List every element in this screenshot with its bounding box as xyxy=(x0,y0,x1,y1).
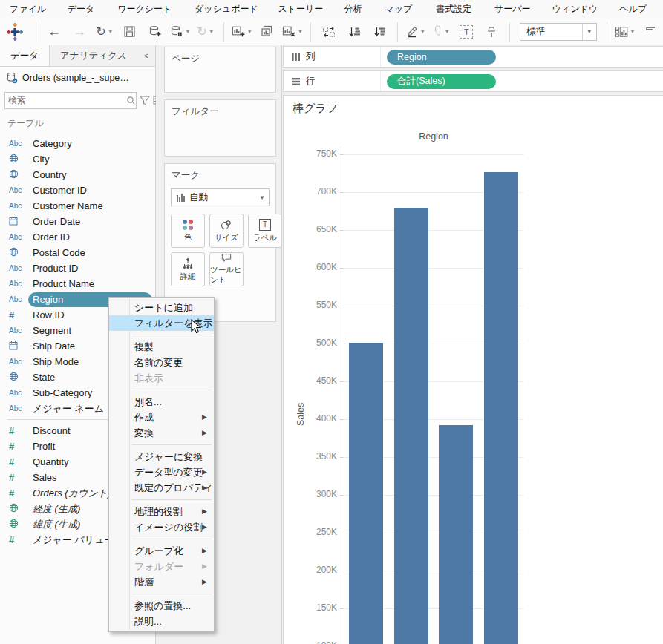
globe-icon xyxy=(9,154,19,165)
bar[interactable] xyxy=(394,208,428,644)
highlight-button[interactable]: ▼ xyxy=(403,21,428,43)
show-mark-labels-button[interactable]: T xyxy=(454,21,479,43)
fix-axes-button[interactable] xyxy=(479,21,504,43)
mark-button-detail[interactable]: 詳細 xyxy=(171,252,205,286)
duplicate-button[interactable] xyxy=(255,21,280,43)
dropdown-caret[interactable]: ▼ xyxy=(108,28,114,35)
dropdown-caret[interactable]: ▼ xyxy=(419,28,425,35)
fit-selector[interactable]: 標準▼ xyxy=(520,23,596,41)
marks-card-label: マーク xyxy=(165,164,275,187)
presentation-mode-button[interactable] xyxy=(638,21,663,43)
context-menu-item[interactable]: 参照の置換... xyxy=(109,598,214,614)
field-row-order-id[interactable]: AbcOrder ID xyxy=(0,229,155,245)
field-row-product-name[interactable]: AbcProduct Name xyxy=(0,276,155,292)
field-row-customer-id[interactable]: AbcCustomer ID xyxy=(0,183,155,198)
submenu-arrow-icon: ▶ xyxy=(202,410,207,425)
new-data-source-button[interactable] xyxy=(143,21,168,43)
search-row: ▾ xyxy=(0,89,155,111)
menubar-item[interactable]: ダッシュボード(B) xyxy=(188,0,271,18)
field-row-product-id[interactable]: AbcProduct ID xyxy=(0,260,155,276)
bar[interactable] xyxy=(484,172,518,644)
search-box[interactable] xyxy=(4,92,137,109)
number-icon: # xyxy=(9,534,14,545)
mark-button-color[interactable]: 色 xyxy=(171,214,205,248)
field-row-city[interactable]: City xyxy=(0,151,155,167)
mark-button-tooltip[interactable]: ツールヒント xyxy=(209,252,244,286)
field-row-postal-code[interactable]: Postal Code xyxy=(0,245,155,260)
dropdown-caret[interactable]: ▼ xyxy=(246,28,252,35)
dropdown-caret[interactable]: ▼ xyxy=(209,28,215,35)
field-row-category[interactable]: AbcCategory xyxy=(0,136,155,151)
datasource-name: Orders (sample_-_supe… xyxy=(22,73,129,83)
columns-shelf[interactable]: 列 Region xyxy=(283,46,663,68)
context-menu-item[interactable]: 別名... xyxy=(109,394,214,410)
bar[interactable] xyxy=(439,425,473,644)
tab-data[interactable]: データ xyxy=(0,45,50,66)
dropdown-caret[interactable]: ▼ xyxy=(444,28,450,35)
save-button[interactable] xyxy=(117,21,143,43)
menubar-item[interactable]: サーバー(S) xyxy=(488,0,546,18)
undo-button[interactable]: ← xyxy=(42,21,67,43)
collapse-pane-button[interactable]: < xyxy=(137,45,155,66)
globe-icon xyxy=(9,247,19,258)
mark-button-label[interactable]: Tラベル xyxy=(248,214,282,248)
globe-icon xyxy=(9,169,19,180)
dropdown-caret[interactable]: ▼ xyxy=(185,28,191,35)
bar[interactable] xyxy=(349,343,383,644)
label-icon: T xyxy=(259,219,271,231)
mark-type-dropdown[interactable]: 自動 ▼ xyxy=(171,188,270,206)
datasource-row[interactable]: Orders (sample_-_supe… xyxy=(0,67,155,89)
context-menu-item[interactable]: イメージの役割▶ xyxy=(109,519,214,535)
pages-shelf[interactable]: ページ xyxy=(164,47,276,93)
pill-sum-sales[interactable]: 合計(Sales) xyxy=(387,74,496,89)
sort-ascending-button[interactable] xyxy=(342,21,367,43)
menubar-item[interactable]: 分析(A) xyxy=(337,0,378,18)
menu-separator xyxy=(131,390,212,390)
mouse-cursor-icon xyxy=(190,319,203,335)
context-menu-item[interactable]: 作成▶ xyxy=(109,410,214,425)
clear-sheet-button[interactable]: ▼ xyxy=(280,21,305,43)
rows-shelf[interactable]: 行 合計(Sales) xyxy=(283,70,663,92)
fit-selector-caret[interactable]: ▼ xyxy=(582,24,596,40)
new-worksheet-button[interactable]: ▼ xyxy=(229,21,255,43)
replay-button[interactable]: ↻▼ xyxy=(92,21,117,43)
menubar-item[interactable]: ヘルプ(H) xyxy=(613,0,663,18)
menubar-item[interactable]: ストーリー(T) xyxy=(271,0,337,18)
swap-rows-columns-button[interactable] xyxy=(316,21,342,43)
tab-analytics[interactable]: アナリティクス xyxy=(50,45,137,66)
menubar-item[interactable]: 書式設定(O) xyxy=(429,0,488,18)
field-row-customer-name[interactable]: AbcCustomer Name xyxy=(0,198,155,214)
filter-fields-icon[interactable] xyxy=(140,96,150,105)
menubar-item[interactable]: ウィンドウ(N) xyxy=(546,0,613,18)
context-menu-item[interactable]: グループ化▶ xyxy=(109,543,214,559)
context-menu-item[interactable]: 説明... xyxy=(109,614,214,629)
menubar-item[interactable]: ファイル(F) xyxy=(3,0,61,18)
context-menu-item[interactable]: シートに追加 xyxy=(109,300,214,315)
dropdown-caret[interactable]: ▼ xyxy=(630,28,636,35)
pause-auto-updates-button[interactable]: ▼ xyxy=(168,21,193,43)
context-menu-item[interactable]: 階層▶ xyxy=(109,574,214,590)
context-menu-item[interactable]: 既定のプロパティ▶ xyxy=(109,480,214,496)
field-row-order-date[interactable]: Order Date xyxy=(0,214,155,229)
context-menu-item[interactable]: データ型の変更▶ xyxy=(109,464,214,480)
mark-buttons: 色サイズTラベル詳細ツールヒント xyxy=(171,214,270,286)
pill-region[interactable]: Region xyxy=(387,50,496,65)
dropdown-caret[interactable]: ▼ xyxy=(297,28,303,35)
menubar-item[interactable]: データ(D) xyxy=(61,0,111,18)
search-input[interactable] xyxy=(5,95,126,105)
field-row-country[interactable]: Country xyxy=(0,167,155,183)
mark-type-caret: ▼ xyxy=(255,194,269,201)
context-menu-item[interactable]: 複製 xyxy=(109,339,214,355)
context-menu-item[interactable]: 名前の変更 xyxy=(109,355,214,370)
show-hide-cards-button[interactable]: ▼ xyxy=(613,21,638,43)
menubar-item[interactable]: マップ(M) xyxy=(378,0,429,18)
mark-button-size[interactable]: サイズ xyxy=(209,214,244,248)
menubar-item[interactable]: ワークシート(W) xyxy=(111,0,188,18)
sort-descending-button[interactable] xyxy=(367,21,392,43)
filters-shelf[interactable]: フィルター xyxy=(164,99,276,157)
context-menu-item[interactable]: 変換▶ xyxy=(109,425,214,441)
tableau-window: ファイル(F)データ(D)ワークシート(W)ダッシュボード(B)ストーリー(T)… xyxy=(0,0,663,644)
context-menu-item[interactable]: 地理的役割▶ xyxy=(109,504,214,519)
context-menu-item[interactable]: メジャーに変換 xyxy=(109,449,214,464)
abc-icon: Abc xyxy=(9,186,22,194)
